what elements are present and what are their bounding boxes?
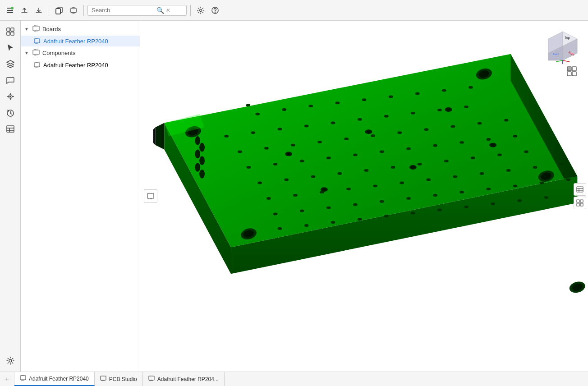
svg-text:Top: Top	[565, 36, 570, 40]
pcb-scene[interactable]: Top Front Right	[140, 21, 588, 372]
svg-point-112	[406, 147, 411, 150]
download-icon[interactable]	[32, 4, 45, 17]
svg-point-150	[540, 182, 544, 184]
right-panel-list-icon[interactable]	[574, 183, 586, 196]
component-item-icon	[33, 61, 41, 69]
upload-icon[interactable]	[18, 4, 31, 17]
add-tab-button[interactable]: +	[0, 372, 14, 386]
svg-point-83	[442, 89, 446, 92]
layers-icon[interactable]	[3, 57, 18, 71]
svg-point-122	[391, 166, 395, 169]
svg-point-118	[284, 179, 289, 181]
svg-point-157	[411, 211, 415, 214]
svg-rect-212	[580, 203, 583, 206]
circuit-icon[interactable]	[67, 4, 80, 17]
svg-point-162	[544, 196, 548, 199]
svg-rect-231	[149, 376, 154, 380]
search-box: 🔍 ✕	[87, 5, 187, 16]
svg-point-84	[469, 86, 473, 89]
svg-point-154	[331, 221, 335, 224]
board-item-label: Adafruit Feather RP2040	[43, 38, 108, 45]
svg-point-135	[453, 175, 457, 178]
search-input[interactable]	[92, 7, 155, 14]
svg-rect-204	[572, 72, 576, 76]
svg-point-102	[424, 128, 428, 131]
svg-point-86	[251, 131, 255, 134]
svg-point-98	[317, 141, 322, 143]
svg-point-88	[304, 124, 309, 127]
pcb-3d-view	[140, 21, 588, 372]
tab-feather-board[interactable]: Adafruit Feather RP2040	[14, 372, 95, 386]
svg-point-79	[335, 101, 340, 104]
svg-point-123	[418, 163, 422, 165]
components-section[interactable]: ▼ Components	[21, 46, 140, 60]
svg-rect-47	[33, 50, 39, 55]
svg-point-115	[486, 138, 491, 141]
tab-pcb-studio[interactable]: PCB Studio	[95, 372, 143, 386]
boards-chevron: ▼	[24, 27, 29, 32]
svg-point-174	[491, 144, 495, 146]
svg-point-145	[406, 197, 411, 200]
tab-feather-2[interactable]: Adafruit Feather RP204...	[143, 372, 225, 386]
search-icon[interactable]: 🔍	[156, 7, 164, 14]
svg-point-93	[437, 109, 442, 111]
svg-point-132	[373, 184, 377, 187]
viewport[interactable]: Top Front Right	[140, 21, 588, 372]
svg-rect-211	[577, 203, 579, 206]
settings-bottom-icon[interactable]	[3, 354, 18, 368]
svg-point-177	[195, 150, 200, 159]
svg-point-178	[199, 156, 205, 165]
view-options[interactable]	[566, 66, 577, 78]
separator-3	[190, 5, 191, 16]
svg-point-151	[566, 179, 571, 181]
separator-2	[83, 5, 84, 16]
component-icon[interactable]	[3, 89, 18, 104]
svg-point-108	[300, 160, 304, 162]
components-icon	[32, 49, 40, 57]
chat-icon[interactable]	[3, 73, 18, 87]
svg-point-14	[200, 9, 202, 11]
svg-point-143	[353, 203, 358, 206]
table-icon[interactable]	[3, 122, 18, 136]
cursor-icon[interactable]	[3, 41, 18, 55]
svg-point-129	[293, 194, 298, 197]
right-panel-grid-icon[interactable]	[574, 197, 586, 209]
boards-section[interactable]: ▼ Boards	[21, 23, 140, 36]
svg-point-101	[397, 131, 402, 134]
component-item-feather[interactable]: Adafruit Feather RP2040	[21, 60, 140, 70]
svg-rect-222	[101, 376, 106, 380]
settings-icon[interactable]	[194, 4, 207, 17]
history-icon[interactable]	[3, 106, 18, 120]
tab-feather2-label: Adafruit Feather RP204...	[157, 376, 219, 382]
svg-rect-1	[7, 10, 13, 11]
svg-point-126	[497, 153, 502, 156]
nav-icon[interactable]	[3, 24, 18, 39]
left-iconbar	[0, 21, 21, 372]
svg-rect-17	[7, 28, 10, 31]
board-item-feather[interactable]: Adafruit Feather RP2040	[21, 36, 140, 46]
nav-cube[interactable]: Top Front Right	[545, 28, 581, 64]
svg-point-124	[444, 160, 449, 162]
tab-feather2-icon	[148, 375, 155, 383]
svg-rect-2	[7, 12, 13, 13]
svg-point-168	[447, 109, 450, 111]
copy-icon[interactable]	[53, 4, 65, 17]
svg-rect-54	[34, 63, 40, 67]
svg-marker-73	[156, 123, 165, 150]
svg-point-103	[451, 125, 455, 128]
svg-point-147	[459, 191, 464, 193]
svg-marker-74	[153, 127, 156, 145]
board-float-btn[interactable]	[144, 189, 157, 203]
help-icon[interactable]	[209, 4, 221, 17]
svg-rect-28	[7, 126, 14, 132]
svg-point-172	[411, 166, 415, 169]
svg-point-110	[353, 153, 358, 156]
svg-point-80	[362, 98, 367, 101]
svg-rect-5	[56, 9, 60, 14]
menu-icon[interactable]	[4, 4, 16, 17]
clear-search-icon[interactable]: ✕	[166, 7, 170, 14]
svg-line-198	[563, 60, 570, 62]
top-toolbar: 🔍 ✕	[0, 0, 588, 21]
component-item-label: Adafruit Feather RP2040	[43, 62, 108, 69]
svg-point-146	[433, 194, 437, 197]
